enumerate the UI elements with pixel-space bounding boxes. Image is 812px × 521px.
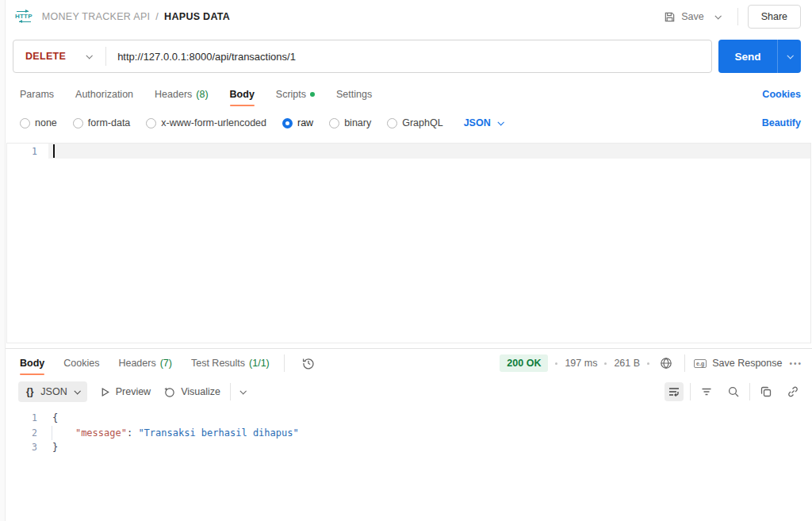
tab-params[interactable]: Params — [20, 80, 54, 109]
tab-settings[interactable]: Settings — [336, 80, 372, 109]
globe-icon — [660, 357, 672, 370]
share-button[interactable]: Share — [748, 5, 801, 29]
save-response-button[interactable]: e.g Save Response — [694, 358, 782, 369]
format-chevron-icon — [74, 388, 80, 394]
visualize-orb-icon — [163, 386, 175, 398]
response-tab-headers[interactable]: Headers (7) — [118, 349, 172, 377]
search-icon — [727, 385, 740, 398]
radio-graphql[interactable]: GraphQL — [387, 117, 442, 128]
response-tab-test-results[interactable]: Test Results (1/1) — [191, 349, 270, 377]
response-more-menu[interactable]: ••• — [789, 359, 802, 368]
status-badge[interactable]: 200 OK — [500, 354, 548, 372]
radio-urlencoded-label: x-www-form-urlencoded — [161, 117, 266, 128]
meta-separator-dot — [555, 362, 557, 365]
request-editor-wrap: 1 — [6, 136, 812, 347]
save-button[interactable]: Save — [661, 6, 707, 28]
tab-headers[interactable]: Headers (8) — [155, 80, 209, 109]
radio-binary[interactable]: binary — [329, 117, 371, 128]
request-body-editor[interactable]: 1 — [6, 143, 811, 343]
code-line-number: 2 — [6, 427, 52, 439]
breadcrumb: MONEY TRACKER API / HAPUS DATA — [42, 11, 231, 22]
send-label[interactable]: Send — [718, 40, 777, 73]
tab-headers-count: (8) — [196, 89, 208, 100]
response-size[interactable]: 261 B — [614, 358, 640, 369]
radio-raw-label: raw — [297, 117, 313, 128]
tab-headers-label: Headers — [155, 89, 192, 100]
response-body-viewer[interactable]: 1 { 2 "message": "Transaksi berhasil dih… — [6, 406, 812, 455]
tab-scripts[interactable]: Scripts — [276, 80, 315, 109]
copy-button[interactable] — [756, 382, 776, 401]
breadcrumb-collection[interactable]: MONEY TRACKER API — [42, 11, 151, 22]
raw-language-label: JSON — [464, 117, 491, 128]
code-text: } — [52, 442, 58, 453]
copy-icon — [760, 385, 772, 398]
visualize-chevron-icon[interactable] — [239, 388, 246, 394]
response-history-button[interactable] — [299, 354, 318, 373]
braces-icon: {} — [26, 386, 33, 397]
response-tab-headers-count: (7) — [160, 358, 172, 369]
history-clock-icon — [302, 357, 315, 370]
response-format-selector[interactable]: {} JSON — [18, 381, 87, 402]
code-line-number: 3 — [6, 442, 52, 453]
response-tabs: Body Cookies Headers (7) Test Results (1… — [6, 349, 812, 377]
save-response-label: Save Response — [712, 358, 782, 369]
radio-raw[interactable]: raw — [282, 117, 313, 128]
wrap-text-icon — [668, 385, 680, 398]
radio-form-data[interactable]: form-data — [73, 117, 131, 128]
response-tabs-divider — [284, 354, 285, 372]
method-selector[interactable]: DELETE — [13, 51, 105, 62]
meta-separator-dot — [647, 362, 649, 365]
request-pane: HTTP MONEY TRACKER API / HAPUS DATA Save… — [6, 0, 812, 521]
code-line: 2 "message": "Transaksi berhasil dihapus… — [6, 426, 812, 441]
response-format-label: JSON — [40, 386, 67, 397]
radio-x-www-form-urlencoded[interactable]: x-www-form-urlencoded — [146, 117, 266, 128]
response-tab-body[interactable]: Body — [20, 349, 44, 377]
request-tabs: Params Authorization Headers (8) Body Sc… — [6, 79, 812, 109]
editor-line-number: 1 — [7, 146, 48, 157]
tab-body[interactable]: Body — [230, 80, 255, 109]
filter-button[interactable] — [697, 382, 716, 401]
url-input[interactable]: http://127.0.0.1:8000/api/transactions/1 — [106, 51, 711, 63]
send-button[interactable]: Send — [718, 40, 801, 73]
response-tab-tests-label: Test Results — [191, 358, 245, 369]
code-line: 3 } — [6, 440, 812, 455]
wrap-text-button[interactable] — [665, 382, 684, 401]
tab-authorization[interactable]: Authorization — [75, 80, 133, 109]
header-divider — [737, 8, 738, 25]
collapsed-sidebar-edge[interactable] — [0, 0, 6, 521]
editor-current-line[interactable] — [48, 144, 810, 159]
radio-none-label: none — [35, 117, 57, 128]
visualize-button[interactable]: Visualize — [163, 386, 220, 398]
radio-none[interactable]: none — [20, 117, 57, 128]
editor-line[interactable]: 1 — [7, 144, 810, 159]
search-button[interactable] — [724, 382, 743, 401]
meta-separator-dot — [604, 362, 607, 365]
breadcrumb-separator: / — [155, 11, 159, 22]
send-options-split[interactable] — [777, 40, 801, 73]
beautify-link[interactable]: Beautify — [762, 117, 801, 128]
radio-circle-icon — [387, 118, 397, 128]
response-time[interactable]: 197 ms — [565, 358, 597, 369]
app-window: HTTP MONEY TRACKER API / HAPUS DATA Save… — [0, 0, 812, 521]
method-label: DELETE — [25, 51, 66, 62]
raw-language-selector[interactable]: JSON — [464, 117, 503, 128]
scripts-active-dot-icon — [310, 92, 315, 97]
code-line: 1 { — [6, 411, 812, 426]
response-toolbar: {} JSON Preview Visualize — [6, 377, 812, 406]
response-tab-tests-count: (1/1) — [249, 358, 270, 369]
response-tab-cookies[interactable]: Cookies — [63, 349, 99, 377]
code-text: { — [52, 412, 58, 423]
radio-circle-icon — [73, 118, 83, 128]
cookies-link[interactable]: Cookies — [762, 89, 801, 100]
save-options-chevron-icon[interactable] — [714, 13, 721, 19]
network-info-button[interactable] — [657, 354, 676, 373]
json-string-value: "Transaksi berhasil dihapus" — [138, 427, 298, 439]
link-button[interactable] — [783, 382, 802, 401]
link-icon — [787, 385, 799, 398]
radio-binary-label: binary — [344, 117, 371, 128]
icons-divider — [749, 383, 750, 400]
preview-button[interactable]: Preview — [100, 386, 151, 397]
radio-form-data-label: form-data — [88, 117, 131, 128]
code-line-number: 1 — [6, 412, 52, 423]
breadcrumb-request-name[interactable]: HAPUS DATA — [164, 11, 230, 22]
